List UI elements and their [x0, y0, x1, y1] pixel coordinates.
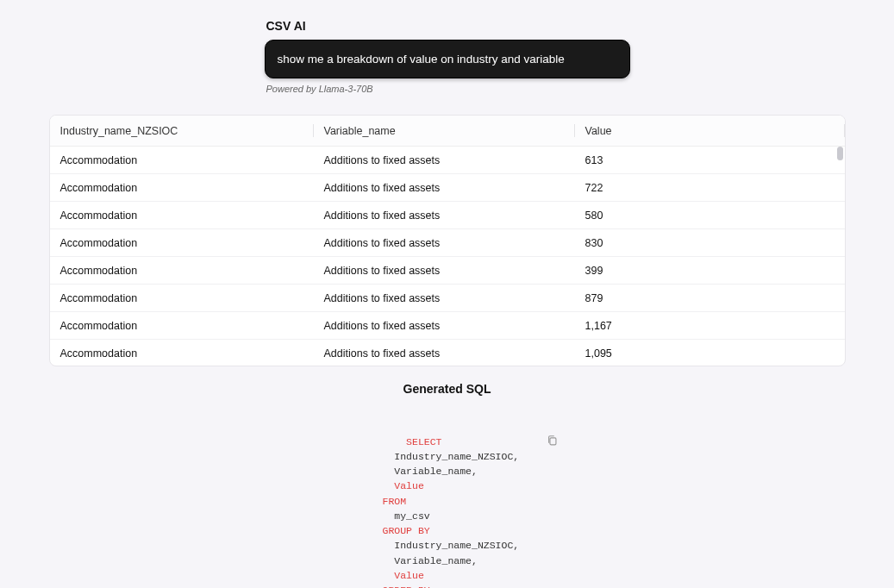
sql-title: Generated SQL: [383, 382, 512, 396]
sql-keyword: ORDER BY: [383, 585, 430, 588]
svg-rect-0: [549, 437, 555, 444]
cell-industry: Accommodation: [50, 320, 314, 332]
cell-value: 580: [575, 210, 845, 222]
cell-variable: Additions to fixed assets: [314, 154, 575, 166]
column-header-label: Industry_name_NZSIOC: [60, 125, 178, 137]
column-header-industry[interactable]: Industry_name_NZSIOC: [50, 116, 314, 146]
table-body: AccommodationAdditions to fixed assets61…: [50, 147, 845, 366]
table-row[interactable]: AccommodationAdditions to fixed assets83…: [50, 229, 845, 257]
powered-by-label: Powered by Llama-3-70B: [266, 84, 630, 94]
cell-value: 722: [575, 182, 845, 194]
column-header-variable[interactable]: Variable_name: [314, 116, 575, 146]
cell-industry: Accommodation: [50, 154, 314, 166]
sql-keyword: SELECT: [406, 436, 441, 447]
query-input[interactable]: show me a breakdown of value on industry…: [265, 40, 630, 78]
cell-industry: Accommodation: [50, 237, 314, 249]
table-row[interactable]: AccommodationAdditions to fixed assets1,…: [50, 340, 845, 366]
cell-variable: Additions to fixed assets: [314, 182, 575, 194]
copy-icon[interactable]: [547, 404, 559, 416]
results-table: Industry_name_NZSIOC Variable_name Value…: [49, 115, 846, 366]
table-row[interactable]: AccommodationAdditions to fixed assets39…: [50, 257, 845, 285]
cell-industry: Accommodation: [50, 265, 314, 277]
cell-variable: Additions to fixed assets: [314, 292, 575, 304]
cell-variable: Additions to fixed assets: [314, 320, 575, 332]
cell-industry: Accommodation: [50, 210, 314, 222]
table-row[interactable]: AccommodationAdditions to fixed assets58…: [50, 202, 845, 229]
cell-variable: Additions to fixed assets: [314, 210, 575, 222]
sql-keyword: GROUP BY: [383, 525, 430, 536]
generated-sql-section: Generated SQL SELECT Industry_name_NZSIO…: [383, 382, 512, 588]
query-section: CSV AI show me a breakdown of value on i…: [265, 19, 630, 94]
column-header-label: Variable_name: [324, 125, 396, 137]
cell-variable: Additions to fixed assets: [314, 265, 575, 277]
sql-highlight: Value: [394, 570, 424, 581]
cell-variable: Additions to fixed assets: [314, 347, 575, 360]
cell-industry: Accommodation: [50, 292, 314, 304]
sql-keyword: FROM: [383, 496, 407, 507]
sql-text: my_csv: [383, 510, 430, 522]
table-header-row: Industry_name_NZSIOC Variable_name Value: [50, 116, 845, 147]
column-header-value[interactable]: Value: [575, 116, 845, 146]
cell-value: 399: [575, 265, 845, 277]
column-header-label: Value: [585, 125, 612, 137]
sql-highlight: Value: [394, 480, 424, 491]
cell-value: 1,095: [575, 347, 845, 360]
table-row[interactable]: AccommodationAdditions to fixed assets87…: [50, 285, 845, 312]
scrollbar-thumb[interactable]: [837, 147, 843, 160]
cell-value: 1,167: [575, 320, 845, 332]
column-resize-handle[interactable]: [844, 124, 845, 137]
app-title: CSV AI: [266, 19, 630, 33]
cell-value: 613: [575, 154, 845, 166]
table-row[interactable]: AccommodationAdditions to fixed assets1,…: [50, 312, 845, 340]
cell-value: 830: [575, 237, 845, 249]
cell-variable: Additions to fixed assets: [314, 237, 575, 249]
cell-industry: Accommodation: [50, 347, 314, 360]
cell-value: 879: [575, 292, 845, 304]
sql-code-block: SELECT Industry_name_NZSIOC, Variable_na…: [383, 404, 512, 588]
cell-industry: Accommodation: [50, 182, 314, 194]
table-row[interactable]: AccommodationAdditions to fixed assets72…: [50, 174, 845, 202]
table-row[interactable]: AccommodationAdditions to fixed assets61…: [50, 147, 845, 174]
